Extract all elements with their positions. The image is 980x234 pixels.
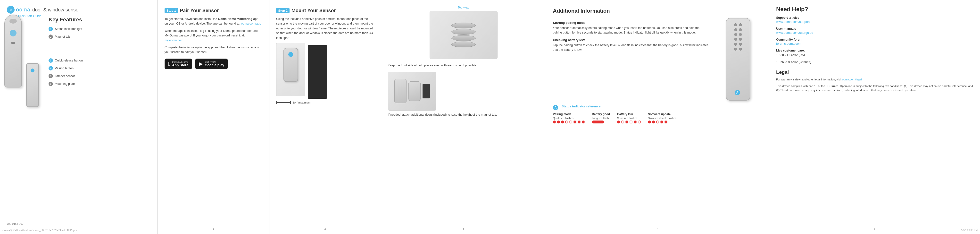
live-care-item: Live customer care: 1-888-711-6662 (US) …	[776, 49, 973, 65]
status-light-visual	[10, 30, 16, 37]
magnet-tab-visual	[11, 42, 15, 44]
measurement-line	[276, 102, 291, 103]
feature-dot-3: 3	[49, 58, 53, 63]
step1-para1: To get started, download and install the…	[165, 17, 262, 26]
ooma-app-link[interactable]: ooma.com/app	[241, 22, 261, 25]
step1-para2: When the app is installed, log in using …	[165, 29, 262, 43]
step1-para3: Complete the initial setup in the app, a…	[165, 45, 262, 54]
pairing-mode-desc: Quick red flashes	[553, 117, 585, 120]
feature-label-1: Status indicator light	[55, 27, 82, 30]
feature-3: 3 Quick release button	[49, 58, 83, 63]
hole-1	[734, 23, 737, 26]
column-6: Need Help? Support articles www.ooma.com…	[769, 0, 980, 234]
battery-low-dot-row	[617, 120, 641, 123]
footer-datetime: 9/3/16 9:30 PM	[961, 229, 978, 232]
feature-dot-5: 5	[49, 74, 53, 78]
ooma-circle-icon: o	[7, 6, 14, 14]
app-store-button[interactable]:  Download on the App Store	[165, 59, 192, 69]
legal-para1: For warranty, safety, and other legal in…	[776, 77, 973, 82]
starting-pairing-text: Your sensor automatically enters pairing…	[553, 26, 709, 35]
device-illustration	[4, 14, 22, 88]
column-5: Additional Information Starting pairing …	[546, 0, 769, 234]
key-features-section: Key Features 1 Status indicator light 2 …	[49, 14, 83, 90]
manuals-link[interactable]: www.ooma.com/userguide	[776, 31, 813, 35]
battery-low-dot-6	[638, 120, 641, 123]
appstore-text: Download on the App Store	[172, 61, 189, 67]
a-marker-container: A	[735, 90, 741, 95]
feature-label-5: Tamper sensor	[55, 74, 75, 78]
sw-dot-5	[665, 120, 667, 123]
step2-badge: Step 2	[276, 8, 290, 13]
additional-info-content: Starting pairing mode Your sensor automa…	[553, 18, 762, 101]
page-num-6: 6	[874, 227, 875, 230]
forum-link[interactable]: forums.ooma.com	[776, 42, 801, 45]
feature-6: 6 Mounting plate	[49, 82, 83, 86]
page-num-5: 4	[657, 227, 658, 230]
feature-dot-4: 4	[49, 66, 53, 71]
hole-11	[734, 48, 737, 51]
cylinder-1	[452, 22, 476, 29]
hole-row-2	[729, 28, 747, 31]
mount-illustration	[276, 43, 374, 99]
sensor-piece-1	[276, 43, 305, 96]
legal-link[interactable]: ooma.com/legal	[842, 78, 862, 81]
product-name: door & window sensor	[32, 7, 80, 13]
brand-name: ooma	[16, 6, 30, 13]
battery-low-dot-2	[621, 120, 624, 123]
hole-5	[734, 33, 737, 36]
hole-6	[739, 33, 742, 36]
battery-low-label: Battery low	[617, 112, 641, 116]
support-link[interactable]: www.ooma.com/support	[776, 20, 810, 24]
feature-1: 1 Status indicator light	[49, 27, 83, 31]
need-help-title: Need Help?	[776, 6, 973, 13]
forum-label: Community forum	[776, 38, 973, 41]
starting-pairing-title: Starting pairing mode	[553, 21, 709, 24]
hole-4	[739, 28, 742, 31]
status-ref-title: Status indicator reference	[562, 104, 600, 108]
google-play-icon: ▶	[199, 61, 203, 67]
googleplay-text: GET IT ON Google play	[205, 61, 224, 67]
battery-good-dot-row	[592, 120, 610, 123]
checking-battery-text: Tap the pairing button to check the batt…	[553, 43, 709, 53]
measurement-cap-right	[290, 101, 291, 104]
status-ref-header: A Status indicator reference	[553, 104, 762, 111]
software-update-status: Software update Slow red double flashes	[648, 112, 676, 123]
google-play-button[interactable]: ▶ GET IT ON Google play	[195, 59, 228, 69]
step1-badge: Step 1	[165, 8, 178, 13]
pairing-dot-6	[573, 120, 576, 123]
app-buttons-container:  Download on the App Store ▶ GET IT ON …	[165, 59, 262, 69]
riser-illustration	[388, 72, 436, 111]
legal-title: Legal	[776, 69, 973, 75]
additional-info-title: Additional Information	[553, 8, 762, 14]
measurement-indicator: 3/4" maximum	[276, 101, 374, 104]
hole-2	[739, 23, 742, 26]
battery-low-dot-5	[634, 120, 636, 123]
user-manuals-label: User manuals	[776, 27, 973, 30]
column-3: Step 2 Mount Your Sensor Using the inclu…	[269, 0, 381, 234]
door-frame-visual	[308, 45, 327, 99]
pairing-dot-7	[578, 120, 581, 123]
riser-piece-3	[423, 84, 430, 98]
googleplay-small-label: GET IT ON	[205, 61, 224, 63]
sensor-body-a	[283, 48, 298, 82]
phone-canada: 1-866-929-5552 (Canada)	[776, 60, 973, 64]
brand-header: o ooma door & window sensor	[7, 6, 151, 14]
battery-good-dot	[592, 120, 604, 123]
battery-good-status: Battery good Long red flash	[592, 112, 610, 123]
back-sensor-body: A	[726, 18, 750, 101]
googleplay-large-label: Google play	[205, 63, 224, 67]
step2-title: Mount Your Sensor	[291, 8, 336, 13]
sw-dot-1	[648, 120, 651, 123]
cylinder-2	[452, 29, 476, 35]
battery-low-dot-3	[625, 120, 628, 123]
apple-icon: 	[168, 61, 170, 67]
hole-8	[739, 38, 742, 41]
measurement-label: 3/4" maximum	[293, 101, 310, 104]
my-ooma-link[interactable]: my.ooma.com	[165, 38, 183, 42]
magnet-indicator	[30, 69, 35, 72]
appstore-large-label: App Store	[172, 63, 189, 67]
hole-row-3	[729, 33, 747, 36]
phone-us: 1-888-711-6662 (US)	[776, 53, 973, 57]
magnet-sensor-body	[26, 63, 39, 107]
feature-label-3: Quick release button	[55, 59, 83, 62]
